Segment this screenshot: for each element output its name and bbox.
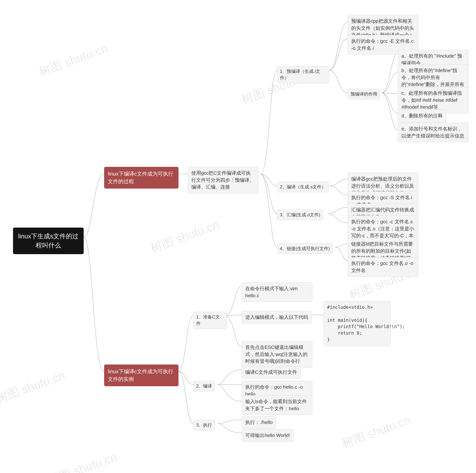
leaf-ex1: 1、准备C文件 xyxy=(193,312,227,329)
leaf-step3: 3、汇编(生成.o文件) xyxy=(277,210,323,220)
watermark: 树图 shutu.cn xyxy=(46,449,119,473)
branch-example[interactable]: linux下编译c文件成为可执行文件的实例 xyxy=(104,364,178,386)
leaf-ex2-a: 编译C文件成可执行文件 xyxy=(242,366,301,379)
leaf-ex3-a: 执行：./hello xyxy=(242,416,276,429)
watermark: 树图 shutu.cn xyxy=(37,40,110,80)
leaf-ex2-c: 输入ls命令，能看到当前文件夹下多了一个文件：hello xyxy=(242,395,312,415)
leaf-four-steps: 使用gcc把C文件编译成可执行文件可分为四步：预编译、编译、汇编、连接 xyxy=(188,167,258,193)
leaf-s1-e: e、添加行号和文件名标识，以便产生错误时给出提示信息 xyxy=(398,123,469,142)
leaf-ex1-a: 在命令行模式下输入:vim hello.c xyxy=(242,282,312,302)
leaf-s1-d: d、删除所有的注释 xyxy=(398,110,446,122)
root-node[interactable]: linux下生成s文件的过程叫什么 xyxy=(13,228,84,254)
leaf-step4: 4、链接(生成可执行文件) xyxy=(277,243,333,254)
leaf-ex1-b: 进入编辑模式，输入以下代码 xyxy=(242,311,312,324)
leaf-s4-cmd: 执行的命令：gcc 文件名.o -o 文件名 xyxy=(348,257,418,277)
leaf-ex3: 3、执行 xyxy=(193,420,215,430)
watermark: 树图 shutu.cn xyxy=(0,367,67,407)
leaf-ex1-code: #include<stdio.h> int main(void){ printf… xyxy=(323,301,391,346)
watermark: 树图 shutu.cn xyxy=(148,217,221,256)
leaf-step2: 2、编译（生成.s文件） xyxy=(277,182,329,192)
branch-process[interactable]: linux下编译c文件成为可执行文件的过程 xyxy=(104,167,178,189)
leaf-ex3-b: 可得输出hello World! xyxy=(242,429,294,442)
leaf-s1-role: 预编译的作用 xyxy=(348,89,380,99)
leaf-step1: 1、预编译（生成.i文件） xyxy=(277,66,329,83)
watermark: 树图 shutu.cn xyxy=(340,412,413,451)
leaf-ex2: 2、编译 xyxy=(193,381,215,391)
leaf-ex1-c: 首先点击ESC键退出编辑模式，然后输入:wq(注意输入的时候有冒号哦)回到命令行 xyxy=(242,341,312,368)
